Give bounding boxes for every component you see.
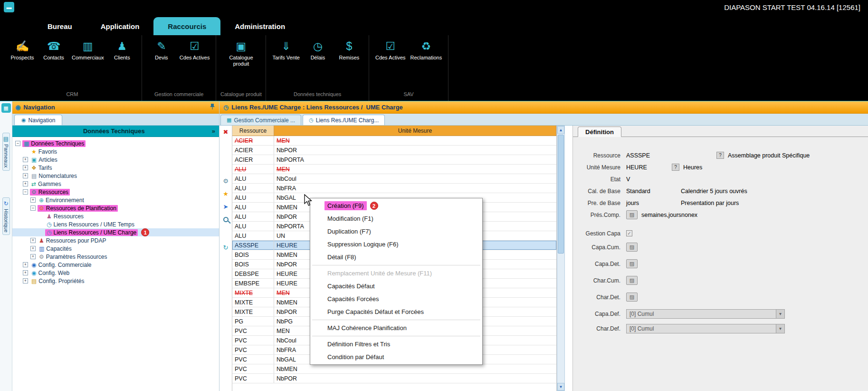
- dropdown-capadef[interactable]: [0] Cumul▾: [626, 309, 785, 319]
- table-row[interactable]: ALUMEN: [232, 165, 556, 174]
- expand-icon[interactable]: +: [23, 278, 28, 283]
- ribbon-button-tarifs-vente[interactable]: ⇓Tarifs Vente: [270, 38, 302, 63]
- menu-item-maj-coherence-planification[interactable]: MAJ Cohérence Planification: [310, 322, 482, 334]
- table-scrollbar[interactable]: ▲ ▼: [557, 126, 565, 391]
- pointer-icon[interactable]: ➤: [221, 202, 230, 211]
- table-row[interactable]: ACIERNbPORTA: [232, 155, 556, 165]
- help-icon[interactable]: ?: [716, 152, 724, 159]
- expand-icon[interactable]: +: [30, 238, 36, 243]
- chart-button[interactable]: ▨: [626, 276, 638, 285]
- expand-icon[interactable]: +: [23, 270, 28, 275]
- ribbon-button-delais[interactable]: ◷Délais: [302, 38, 334, 63]
- expand-icon[interactable]: +: [23, 181, 28, 186]
- collapse-icon[interactable]: −: [23, 189, 28, 195]
- tree-item-ressources-pour-pdap[interactable]: +♟Ressources pour PDAP: [12, 236, 219, 244]
- menu-item-condition-par-defaut[interactable]: Condition par Défaut: [310, 351, 482, 363]
- tree-item-capacites[interactable]: +▥Capacités: [12, 244, 219, 253]
- chart-button[interactable]: ▨: [626, 293, 638, 302]
- menu-item-purge-capacites-defaut-et-forcees[interactable]: Purge Capacités Défaut et Forcées: [310, 305, 482, 318]
- menu-item-duplication-f7[interactable]: Duplication (F7): [310, 225, 482, 238]
- pin-icon[interactable]: [209, 103, 216, 111]
- chart-button[interactable]: ▨: [626, 259, 638, 268]
- menu-item-suppression-logique-f6[interactable]: Suppression Logique (F6): [310, 238, 482, 251]
- column-header-ressource[interactable]: Ressource: [232, 126, 274, 136]
- tree-item-parametres-ressources[interactable]: +⚙Paramètres Ressources: [12, 253, 219, 261]
- expand-icon[interactable]: +: [23, 165, 28, 170]
- app-logo-icon[interactable]: ▬: [4, 2, 14, 12]
- ribbon-button-contacts[interactable]: ☎Contacts: [38, 38, 69, 63]
- tree-item-config-web[interactable]: +◉Config. Web: [12, 269, 219, 277]
- menu-tab-raccourcis[interactable]: Raccourcis: [153, 17, 220, 35]
- menu-item-detail-f8[interactable]: Détail (F8): [310, 251, 482, 264]
- table-row[interactable]: ALUNbCoul: [232, 174, 556, 184]
- ribbon-button-devis[interactable]: ✎Devis: [146, 38, 177, 63]
- tree-item-environnement[interactable]: +⊕Environnement: [12, 196, 219, 204]
- tree-item-config-commerciale[interactable]: +◉Config. Commerciale: [12, 261, 219, 269]
- column-header-unite-mesure[interactable]: Unité Mesure: [274, 126, 556, 136]
- document-tab-gestion-commerciale[interactable]: ▦Gestion Commerciale ...: [220, 115, 301, 125]
- search-icon[interactable]: [221, 215, 230, 224]
- ribbon-button-cdes-actives[interactable]: ☑Cdes Actives: [373, 38, 408, 63]
- table-row[interactable]: ALUNbFRA: [232, 184, 556, 193]
- menu-item-capacites-forcees[interactable]: Capacités Forcées: [310, 293, 482, 305]
- expand-icon[interactable]: +: [30, 197, 36, 203]
- expand-icon[interactable]: +: [30, 254, 36, 259]
- scroll-down-icon[interactable]: ▼: [557, 383, 564, 391]
- tree-item-ressources[interactable]: −⚙Ressources: [12, 188, 219, 196]
- menu-item-modification-f1[interactable]: Modification (F1): [310, 212, 482, 225]
- expand-icon[interactable]: +: [23, 262, 28, 267]
- table-row[interactable]: ACIERNbPOR: [232, 146, 556, 155]
- help-icon[interactable]: ?: [672, 164, 679, 171]
- expand-icon[interactable]: +: [30, 246, 36, 251]
- menu-item-creation-f9[interactable]: Création (F9)2: [310, 199, 482, 212]
- chart-button[interactable]: ▨: [626, 243, 638, 252]
- document-tab-liens-res-ume-charg[interactable]: ◷Liens Res./UME Charg...: [303, 115, 385, 125]
- menu-tab-administration[interactable]: Administration: [220, 17, 299, 35]
- ribbon-button-catalogue-produit[interactable]: ▣Catalogue produit: [220, 38, 262, 69]
- refresh-icon[interactable]: ↻: [221, 243, 230, 252]
- menu-tab-application[interactable]: Application: [86, 17, 154, 35]
- menu-tab-bureau[interactable]: Bureau: [33, 17, 86, 35]
- tree-item-gammes[interactable]: +⇄Gammes: [12, 180, 219, 188]
- tree-item-ressources-de-planification[interactable]: −⚙Ressources de Planification: [12, 204, 219, 212]
- table-row[interactable]: PVCNbPOR: [232, 374, 556, 383]
- tree-item-donnees-techniques[interactable]: −▦Données Techniques: [12, 139, 219, 147]
- menu-item-definition-filtres-et-tris[interactable]: Définition Filtres et Tris: [310, 338, 482, 351]
- expand-icon[interactable]: +: [23, 173, 28, 178]
- chart-button[interactable]: ▨: [626, 210, 638, 219]
- table-row[interactable]: PVCNbMEN: [232, 364, 556, 374]
- grid-settings-icon[interactable]: ⚙: [221, 176, 230, 186]
- dock-tab-panneaux[interactable]: ▤Panneaux: [2, 133, 10, 171]
- tree-item-config-proprietes[interactable]: +▤Config. Propriétés: [12, 277, 219, 285]
- scroll-up-icon[interactable]: ▲: [557, 126, 564, 134]
- tab-definition[interactable]: Définition: [578, 127, 621, 137]
- dock-tab-historique[interactable]: ↻Historique: [2, 197, 10, 235]
- collapse-panel-icon[interactable]: »: [212, 127, 215, 135]
- table-row[interactable]: ACIERMEN: [232, 136, 556, 146]
- tree-item-ressources[interactable]: ♟Ressources: [12, 212, 219, 220]
- favorites-icon[interactable]: ★: [221, 189, 230, 198]
- dropdown-chardef[interactable]: [0] Cumul▾: [626, 324, 785, 333]
- panels-toggle-icon[interactable]: ▦: [1, 103, 11, 113]
- ribbon-button-commerciaux[interactable]: ▥Commerciaux: [69, 38, 106, 63]
- gestion-capa-checkbox[interactable]: ✓: [626, 230, 632, 236]
- ribbon-button-reclamations[interactable]: ♻Reclamations: [408, 38, 445, 63]
- menu-item-remplacement-unite-de-mesure-f11[interactable]: Remplacement Unité de Mesure (F11): [310, 267, 482, 280]
- expand-icon[interactable]: +: [23, 157, 28, 162]
- collapse-icon[interactable]: −: [30, 205, 36, 211]
- tree-item-tarifs[interactable]: +❖Tarifs: [12, 164, 219, 172]
- collapse-icon[interactable]: −: [15, 141, 20, 146]
- ribbon-button-remises[interactable]: $Remises: [334, 38, 365, 63]
- tree-item-nomenclatures[interactable]: +▤Nomenclatures: [12, 172, 219, 180]
- clear-icon[interactable]: ✖: [221, 127, 230, 137]
- tree-item-liens-ressources-ume-charge[interactable]: ◷Liens Ressources / UME Charge1: [12, 228, 219, 236]
- tree-item-liens-ressources-ume-temps[interactable]: ◷Liens Ressources / UME Temps: [12, 220, 219, 228]
- ribbon-button-clients[interactable]: ♟Clients: [106, 38, 138, 63]
- tree-item-articles[interactable]: +▣Articles: [12, 156, 219, 164]
- ribbon-button-prospects[interactable]: ✍Prospects: [7, 38, 38, 63]
- scrollbar-thumb[interactable]: [558, 135, 564, 254]
- tab-navigation[interactable]: ◉ Navigation: [14, 115, 62, 125]
- ribbon-button-cdes-actives[interactable]: ☑Cdes Actives: [177, 38, 212, 63]
- menu-item-capacites-defaut[interactable]: Capacités Défaut: [310, 280, 482, 293]
- tree-item-favoris[interactable]: ★Favoris: [12, 147, 219, 156]
